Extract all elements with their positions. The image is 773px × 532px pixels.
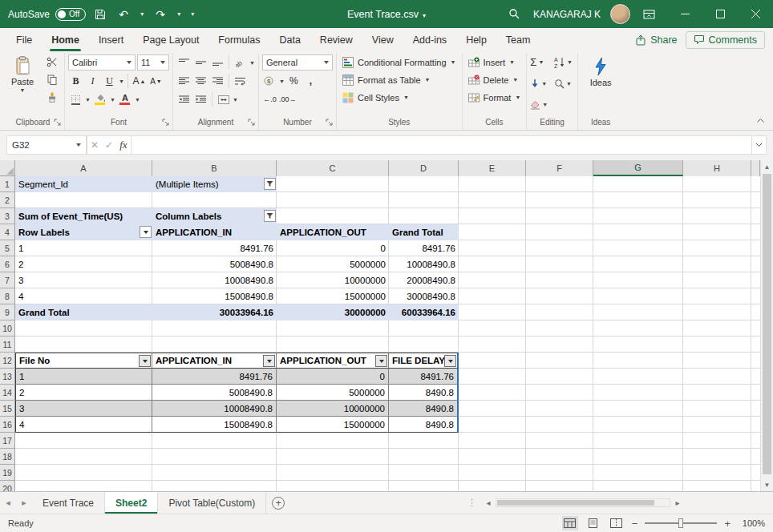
normal-view-button[interactable]: [562, 516, 578, 530]
format-as-table-button[interactable]: Format as Table ▼: [340, 71, 459, 88]
sheet-nav-right-icon[interactable]: ▸: [16, 492, 32, 514]
cell-B6[interactable]: 5008490.8: [152, 256, 277, 272]
sheet-tab-event-trace[interactable]: Event Trace: [32, 492, 105, 514]
comments-button[interactable]: Comments: [686, 31, 765, 49]
cell-B5[interactable]: 8491.76: [152, 240, 277, 256]
cell-A12[interactable]: File No: [15, 353, 152, 369]
save-icon[interactable]: [91, 5, 109, 24]
insert-function-icon[interactable]: fx: [119, 139, 127, 151]
increase-indent-button[interactable]: [193, 91, 208, 107]
tab-data[interactable]: Data: [269, 28, 310, 51]
undo-dropdown-icon[interactable]: ▾: [138, 5, 146, 24]
cell-C6[interactable]: 5000000: [277, 256, 389, 272]
autosave-toggle[interactable]: Off: [55, 8, 86, 21]
wrap-text-button[interactable]: [233, 73, 248, 89]
expand-formula-bar-icon[interactable]: [752, 135, 767, 155]
row-header-3[interactable]: 3: [0, 208, 14, 224]
bold-button[interactable]: B: [68, 73, 83, 89]
sort-filter-button[interactable]: AZ ▼: [554, 54, 574, 71]
orientation-button[interactable]: ab: [233, 54, 248, 71]
decrease-font-size-button[interactable]: A▼: [148, 73, 164, 89]
scroll-left-arrow-icon[interactable]: ◂: [483, 498, 494, 507]
cell-C15[interactable]: 10000000: [277, 401, 389, 417]
clipboard-dialog-launcher-icon[interactable]: [54, 119, 61, 127]
horizontal-scrollbar[interactable]: ⋮ ◂ ▸: [467, 492, 683, 514]
alignment-dialog-launcher-icon[interactable]: [248, 119, 255, 127]
underline-dropdown-icon[interactable]: ▼: [119, 79, 124, 84]
cell-D8[interactable]: 30008490.8: [389, 288, 459, 304]
tab-review[interactable]: Review: [310, 28, 362, 51]
column-header-H[interactable]: H: [683, 160, 751, 176]
name-box-dropdown-icon[interactable]: [76, 143, 81, 147]
scroll-down-arrow-icon[interactable]: ▼: [761, 478, 773, 491]
tab-insert[interactable]: Insert: [89, 28, 133, 51]
align-middle-button[interactable]: [193, 54, 208, 71]
cell-A9[interactable]: Grand Total: [15, 304, 152, 320]
percent-style-button[interactable]: %: [286, 73, 302, 89]
cell-B13[interactable]: 8491.76: [152, 369, 277, 385]
cell-D5[interactable]: 8491.76: [389, 240, 459, 256]
cell-A6[interactable]: 2: [15, 256, 152, 272]
paste-button[interactable]: Paste ▼: [5, 54, 40, 117]
zoom-slider[interactable]: [645, 522, 717, 524]
cell-C8[interactable]: 15000000: [277, 288, 389, 304]
zoom-out-button[interactable]: −: [632, 518, 638, 530]
tab-splitter-handle[interactable]: ⋮: [467, 498, 476, 508]
column-header-B[interactable]: B: [152, 160, 277, 176]
align-left-button[interactable]: [176, 73, 192, 89]
tab-home[interactable]: Home: [42, 28, 89, 51]
fill-button[interactable]: ▼: [530, 75, 549, 92]
tab-view[interactable]: View: [362, 28, 403, 51]
scroll-up-arrow-icon[interactable]: ▲: [761, 160, 773, 173]
borders-button[interactable]: [68, 91, 83, 107]
row-header-15[interactable]: 15: [0, 401, 14, 417]
comma-style-button[interactable]: ,: [303, 73, 318, 89]
new-sheet-button[interactable]: +: [266, 492, 290, 514]
tab-add-ins[interactable]: Add-ins: [403, 28, 456, 51]
cell-A4[interactable]: Row Labels: [15, 224, 152, 240]
row-header-12[interactable]: 12: [0, 353, 14, 369]
format-cells-button[interactable]: Format ▼: [466, 89, 524, 106]
row-header-13[interactable]: 13: [0, 369, 14, 385]
tab-help[interactable]: Help: [456, 28, 496, 51]
row-header-7[interactable]: 7: [0, 272, 14, 288]
row-header-10[interactable]: 10: [0, 320, 14, 337]
merge-dropdown-icon[interactable]: ▼: [233, 97, 238, 103]
cell-B14[interactable]: 5008490.8: [152, 385, 277, 401]
cell-B4[interactable]: APPLICATION_IN: [152, 224, 277, 240]
cell-C14[interactable]: 5000000: [277, 385, 389, 401]
cell-D12[interactable]: FILE DELAY: [389, 353, 459, 369]
increase-decimal-button[interactable]: ←.0: [262, 91, 277, 107]
tab-page-layout[interactable]: Page Layout: [133, 28, 208, 51]
cell-D15[interactable]: 8490.8: [389, 401, 459, 417]
orientation-dropdown-icon[interactable]: ▼: [249, 60, 255, 66]
cell-C13[interactable]: 0: [277, 369, 389, 385]
number-dialog-launcher-icon[interactable]: [326, 119, 333, 127]
ribbon-display-options-icon[interactable]: [640, 5, 658, 24]
cells-area[interactable]: Segment_Id(Multiple Items)Sum of Event_T…: [15, 176, 760, 491]
quick-access-more-icon[interactable]: ▾: [188, 5, 196, 24]
cell-D6[interactable]: 10008490.8: [389, 256, 459, 272]
column-header-D[interactable]: D: [389, 160, 459, 176]
row-header-9[interactable]: 9: [0, 304, 14, 320]
horizontal-scroll-thumb[interactable]: [497, 500, 654, 506]
cell-D9[interactable]: 60033964.16: [389, 304, 459, 320]
close-button[interactable]: [738, 0, 773, 28]
dropdown-arrow-icon[interactable]: [375, 355, 387, 367]
dropdown-arrow-icon[interactable]: [139, 355, 151, 367]
font-name-select[interactable]: Calibri: [68, 54, 136, 71]
cell-A3[interactable]: Sum of Event_Time(US): [15, 208, 152, 224]
sheet-tab-sheet2[interactable]: Sheet2: [105, 492, 158, 514]
sheet-nav-left-icon[interactable]: ◂: [0, 492, 16, 514]
cell-B3[interactable]: Column Labels: [152, 208, 277, 224]
cell-D16[interactable]: 8490.8: [389, 417, 459, 433]
maximize-button[interactable]: [702, 0, 738, 28]
row-header-5[interactable]: 5: [0, 240, 14, 256]
tab-formulas[interactable]: Formulas: [208, 28, 269, 51]
decrease-indent-button[interactable]: [176, 91, 192, 107]
cell-A14[interactable]: 2: [15, 385, 152, 401]
sheet-tab-pivot-table-custom[interactable]: Pivot Table(Custom): [158, 492, 266, 514]
cell-A16[interactable]: 4: [15, 417, 152, 433]
font-dialog-launcher-icon[interactable]: [162, 119, 169, 127]
column-header-partial[interactable]: [751, 160, 760, 176]
